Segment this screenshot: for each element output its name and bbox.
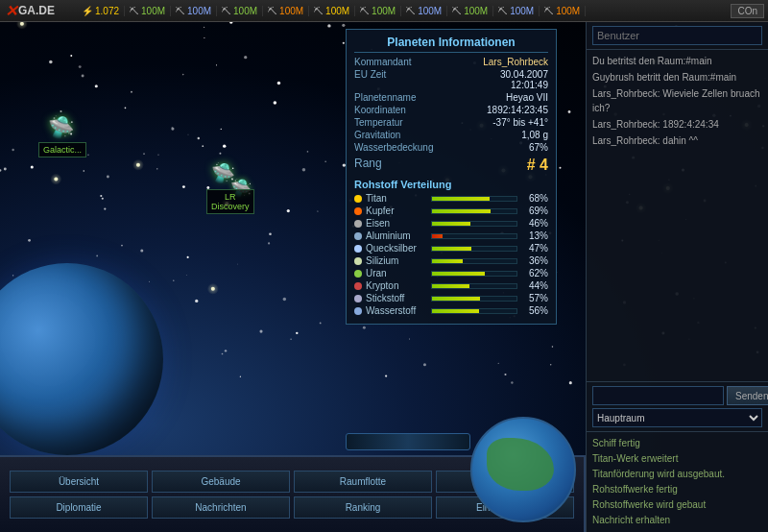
resource-value-2: 100M (187, 6, 211, 16)
resource-row-2: Eisen46% (354, 218, 548, 229)
notif-line-0: Schiff fertig (592, 436, 762, 451)
resource-icon-5: ⛏ (314, 6, 324, 16)
resource-name-6: Uran (366, 268, 431, 278)
temperatur-label: Temperatur (354, 117, 431, 128)
logo-x: ✕ (5, 2, 17, 20)
resource-value-0: 1.072 (95, 6, 119, 16)
resource-bar-1 (432, 209, 491, 213)
resource-8: ⛏100M (447, 6, 493, 16)
resources-section-title: Rohstoff Verteilung (354, 179, 548, 190)
temperatur-row: Temperatur -37° bis +41° (354, 117, 548, 128)
rang-value: # 4 (527, 157, 548, 174)
resource-name-2: Eisen (366, 218, 431, 229)
gravitation-row: Gravitation 1,08 g (354, 130, 548, 140)
fleet-lr[interactable]: LRDiscovery (206, 189, 254, 214)
benutzer-panel (587, 22, 768, 50)
channel-select[interactable]: Hauptraum (592, 408, 762, 427)
planetenname-value: Heyao VII (506, 92, 548, 103)
chat-line-3: Lars_Rohrbeck: 1892:4:24:34 (592, 117, 762, 132)
resource-10: ⛏100M (540, 6, 586, 16)
resource-value-8: 100M (464, 6, 488, 16)
resource-bar-4 (432, 247, 471, 251)
resource-dot-3 (354, 232, 362, 240)
resource-bar-2 (432, 222, 470, 226)
resource-9: ⛏100M (493, 6, 540, 16)
resource-bar-5 (432, 259, 463, 263)
benutzer-input[interactable] (592, 26, 762, 45)
rang-label: Rang (354, 157, 431, 174)
con-button[interactable]: COn (731, 4, 764, 18)
fleet-lr-label: LRDiscovery (211, 192, 250, 211)
resource-pct-3: 13% (521, 230, 548, 241)
nav-btn-diplomatie[interactable]: Diplomatie (10, 496, 148, 519)
resource-dot-2 (354, 220, 362, 228)
nav-btn-nachrichten[interactable]: Nachrichten (152, 496, 290, 519)
resource-row-1: Kupfer69% (354, 206, 548, 216)
resource-dot-9 (354, 307, 362, 315)
resource-row-3: Aluminium13% (354, 230, 548, 241)
resource-row-9: Wasserstoff56% (354, 305, 548, 316)
right-sidebar: Du betritst den Raum:#mainGuybrush betri… (586, 22, 768, 532)
resource-2: ⛏100M (171, 6, 217, 16)
chat-input-area: Senden Hauptraum (587, 382, 768, 432)
eu-zeit-row: EU Zeit 30.04.2007 12:01:49 (354, 69, 548, 90)
notif-line-1: Titan-Werk erweitert (592, 451, 762, 467)
main-container: ✕ GA.DE ⚡1.072⛏100M⛏100M⛏100M⛏100M⛏100M⛏… (0, 0, 768, 532)
resource-row-8: Stickstoff57% (354, 293, 548, 303)
scanner-bar (346, 433, 470, 450)
resource-value-10: 100M (556, 6, 580, 16)
resource-pct-4: 47% (521, 243, 548, 254)
resource-icon-9: ⛏ (498, 6, 508, 16)
planet-info-title: Planeten Informationen (354, 36, 548, 53)
resource-name-9: Wasserstoff (366, 305, 431, 316)
resource-bar-container-1 (431, 208, 517, 214)
resource-7: ⛏100M (401, 6, 447, 16)
chat-input[interactable] (592, 386, 724, 405)
chat-input-row: Senden (592, 386, 762, 405)
resource-icon-6: ⛏ (360, 6, 370, 16)
resource-bar-container-5 (431, 258, 517, 264)
chat-line-2: Lars_Rohrbeck: Wieviele Zellen bruach ic… (592, 86, 762, 115)
nav-btn-ranking[interactable]: Ranking (294, 496, 432, 519)
globe-mini (461, 407, 586, 532)
rang-row: Rang # 4 (354, 157, 548, 174)
resource-bar-container-8 (431, 296, 517, 302)
resource-icon-0: ⚡ (82, 6, 93, 16)
resource-icon-3: ⛏ (222, 6, 231, 16)
resources-list: Titan68%Kupfer69%Eisen46%Aluminium13%Que… (354, 193, 548, 316)
resource-pct-0: 68% (521, 193, 548, 204)
notif-line-5: Nachricht erhalten (592, 513, 762, 528)
resource-row-5: Silizium36% (354, 255, 548, 266)
wasserbedeckung-value: 67% (529, 142, 548, 153)
kommandant-value: Lars_Rohrbeck (483, 57, 548, 67)
resource-bar-container-9 (431, 308, 517, 314)
resource-icon-2: ⛏ (176, 6, 185, 16)
send-button[interactable]: Senden (727, 386, 768, 405)
resource-4: ⛏100M (263, 6, 309, 16)
globe-land (487, 438, 554, 491)
nav-btn-übersicht[interactable]: Übersicht (10, 471, 148, 493)
nav-btn-gebäude[interactable]: Gebäude (152, 471, 290, 493)
resource-bar-container-4 (431, 246, 517, 252)
resource-0: ⚡1.072 (77, 6, 125, 16)
top-bar: ✕ GA.DE ⚡1.072⛏100M⛏100M⛏100M⛏100M⛏100M⛏… (0, 0, 768, 22)
resource-name-1: Kupfer (366, 206, 431, 216)
resource-row-6: Uran62% (354, 268, 548, 278)
eu-zeit-label: EU Zeit (354, 69, 431, 90)
wasserbedeckung-row: Wasserbedeckung 67% (354, 142, 548, 153)
resource-bar: ⚡1.072⛏100M⛏100M⛏100M⛏100M⛏100M⛏100M⛏100… (77, 6, 731, 16)
resource-row-7: Krypton44% (354, 280, 548, 291)
notifications-panel: Schiff fertigTitan-Werk erweitertTitanfö… (587, 432, 768, 532)
resource-bar-container-6 (431, 271, 517, 277)
resource-value-6: 100M (372, 6, 396, 16)
chat-area: Du betritst den Raum:#mainGuybrush betri… (587, 50, 768, 382)
notif-line-3: Rohstoffwerke fertig (592, 482, 762, 497)
gravitation-value: 1,08 g (521, 130, 548, 140)
resource-name-5: Silizium (366, 255, 431, 266)
resource-name-8: Stickstoff (366, 293, 431, 303)
resource-pct-8: 57% (521, 293, 548, 303)
nav-btn-raumflotte[interactable]: Raumflotte (294, 471, 432, 493)
resource-pct-6: 62% (521, 268, 548, 278)
resource-bar-3 (432, 234, 443, 238)
fleet-galactic[interactable]: Galactic... (38, 142, 86, 157)
